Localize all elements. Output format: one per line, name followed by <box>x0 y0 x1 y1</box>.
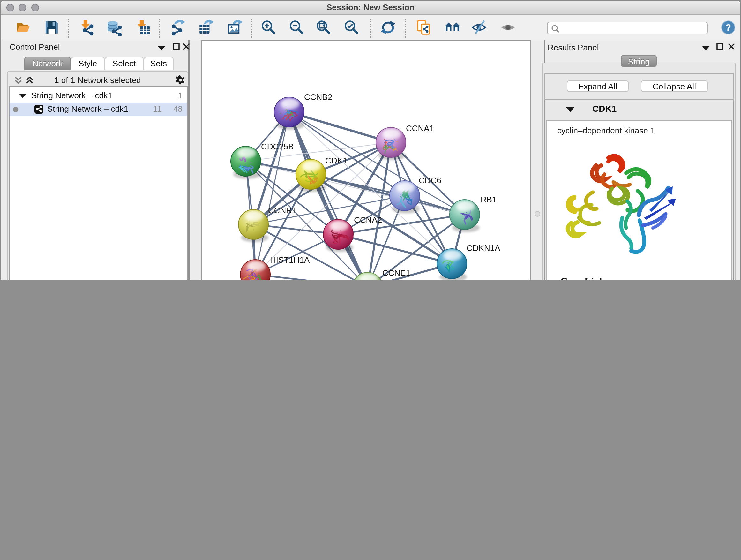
svg-text:?: ? <box>725 22 731 33</box>
svg-text:CCNB2: CCNB2 <box>304 92 332 102</box>
svg-text:CDC6: CDC6 <box>419 176 441 185</box>
svg-text:CCNB1: CCNB1 <box>268 206 296 215</box>
svg-text:CDKN1A: CDKN1A <box>467 243 500 253</box>
svg-text:CCNA1: CCNA1 <box>406 124 434 133</box>
svg-text:RB1: RB1 <box>481 195 497 204</box>
svg-text:CCNE1: CCNE1 <box>382 268 410 278</box>
svg-text:HIST1H1A: HIST1H1A <box>270 255 310 265</box>
svg-text:CDK1: CDK1 <box>325 156 347 165</box>
svg-text:CDC25B: CDC25B <box>261 142 294 151</box>
svg-text:CCNA2: CCNA2 <box>354 215 382 225</box>
